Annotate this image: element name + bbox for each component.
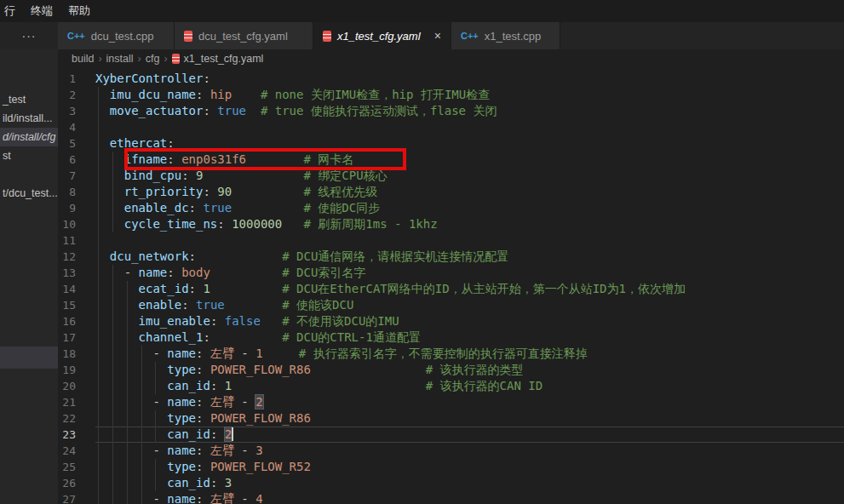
line-number[interactable]: 19: [58, 362, 95, 378]
code-text: ifname: enp0s31f6 # 网卡名: [95, 152, 844, 168]
tab-x1-test-cpp[interactable]: C++x1_test.cpp: [451, 22, 560, 49]
line-number[interactable]: 13: [58, 265, 95, 281]
line-number[interactable]: 21: [58, 394, 95, 410]
code-line[interactable]: 27 - name: 左臂 - 4: [58, 491, 844, 504]
breadcrumb-item-install[interactable]: install: [106, 53, 134, 65]
code-line[interactable]: 7 bind_cpu: 9 # 绑定CPU核心: [58, 168, 844, 184]
indent-guide: [127, 281, 128, 297]
tab-dcu-test-cpp[interactable]: C++dcu_test.cpp: [58, 22, 175, 49]
code-line[interactable]: 3 move_actuator: true # true 使能执行器运动测试，f…: [58, 103, 844, 119]
code-line[interactable]: 18 - name: 左臂 - 1 # 执行器索引名字，不需要控制的执行器可直接…: [58, 346, 844, 362]
breadcrumb-item-cfg[interactable]: cfg: [146, 53, 160, 65]
indent-guide: [127, 346, 128, 362]
line-number[interactable]: 10: [58, 216, 95, 232]
code-line[interactable]: 14 ecat_id: 1 # DCU在EtherCAT网络中的ID，从主站开始…: [58, 281, 844, 297]
indent-guide: [127, 297, 128, 313]
code-line[interactable]: 9 enable_dc: true # 使能DC同步: [58, 200, 844, 216]
line-number[interactable]: 5: [58, 135, 95, 152]
code-text: cycle_time_ns: 1000000 # 刷新周期1ms - 1khz: [95, 216, 844, 232]
line-number[interactable]: 24: [58, 443, 95, 459]
line-number[interactable]: 20: [58, 378, 95, 394]
line-number[interactable]: 15: [58, 297, 95, 313]
code-line[interactable]: 2 imu_dcu_name: hip # none 关闭IMU检查，hip 打…: [58, 87, 844, 103]
code-lines: 1XyberController:2 imu_dcu_name: hip # n…: [58, 68, 844, 504]
side-panel-item[interactable]: [0, 346, 58, 369]
line-number[interactable]: 1: [58, 71, 95, 87]
code-line[interactable]: 4: [58, 119, 844, 135]
code-line[interactable]: 11: [58, 232, 844, 249]
tab-x1-test-cfg-yaml[interactable]: x1_test_cfg.yaml×: [313, 22, 451, 49]
line-number[interactable]: 8: [58, 184, 95, 200]
line-number[interactable]: 9: [58, 200, 95, 216]
tab-dcu-test-cfg-yaml[interactable]: dcu_test_cfg.yaml: [175, 22, 313, 49]
side-panel-item[interactable]: d/install/cfg: [0, 128, 58, 146]
code-text: enable_dc: true # 使能DC同步: [95, 200, 844, 216]
indent-guide: [112, 427, 113, 443]
indent-guide: [98, 103, 99, 119]
indent-guide: [98, 475, 99, 491]
code-line[interactable]: 10 cycle_time_ns: 1000000 # 刷新周期1ms - 1k…: [58, 216, 844, 232]
code-line[interactable]: 24 - name: 左臂 - 3: [58, 443, 844, 459]
code-text: imu_enable: false # 不使用该DCU的IMU: [95, 313, 844, 329]
side-panel[interactable]: _testild/install...d/install/cfgstt/dcu_…: [0, 49, 58, 504]
line-number[interactable]: 11: [58, 232, 95, 249]
line-number[interactable]: 26: [58, 475, 95, 491]
code-line[interactable]: 19 type: POWER_FLOW_R86 # 该执行器的类型: [58, 362, 844, 378]
line-number[interactable]: 7: [58, 168, 95, 184]
code-line[interactable]: 13 - name: body # DCU索引名字: [58, 265, 844, 281]
editor[interactable]: 1XyberController:2 imu_dcu_name: hip # n…: [58, 68, 844, 504]
line-number[interactable]: 3: [58, 103, 95, 119]
code-line[interactable]: 20 can_id: 1 # 该执行器的CAN ID: [58, 378, 844, 394]
indent-guide: [112, 491, 113, 504]
code-line[interactable]: 16 imu_enable: false # 不使用该DCU的IMU: [58, 313, 844, 329]
close-icon[interactable]: ×: [434, 30, 441, 42]
code-line[interactable]: 15 enable: true # 使能该DCU: [58, 297, 844, 313]
line-number[interactable]: 25: [58, 459, 95, 475]
tab-label: dcu_test.cpp: [91, 30, 154, 43]
code-line[interactable]: 12 dcu_network: # DCU通信网络，请根据实机连接情况配置: [58, 249, 844, 265]
indent-guide: [127, 427, 128, 443]
indent-guide: [98, 443, 99, 459]
indent-guide: [98, 313, 99, 329]
menu-item-item[interactable]: 行: [0, 0, 23, 22]
side-panel-item[interactable]: st: [0, 146, 58, 165]
code-line[interactable]: 22 type: POWER_FLOW_R86: [58, 410, 844, 427]
indent-guide: [98, 491, 99, 504]
code-line[interactable]: 8 rt_priority: 90 # 线程优先级: [58, 184, 844, 200]
line-number[interactable]: 17: [58, 329, 95, 346]
code-line[interactable]: 21 - name: 左臂 - 2: [58, 394, 844, 410]
indent-guide: [127, 313, 128, 329]
code-line[interactable]: 17 channel_1: # DCU的CTRL-1通道配置: [58, 329, 844, 346]
code-line[interactable]: 1XyberController:: [58, 71, 844, 87]
code-line[interactable]: 23 can_id: 2: [58, 427, 844, 443]
breadcrumb-file[interactable]: x1_test_cfg.yaml: [184, 53, 264, 65]
code-line[interactable]: 5 ethercat:: [58, 135, 844, 152]
vscode-window: 行终端帮助 ··· C++dcu_test.cppdcu_test_cfg.ya…: [0, 0, 844, 504]
indent-guide: [98, 394, 99, 410]
indent-guide: [112, 459, 113, 475]
code-line[interactable]: 25 type: POWER_FLOW_R52: [58, 459, 844, 475]
line-number[interactable]: 14: [58, 281, 95, 297]
line-number[interactable]: 6: [58, 152, 95, 168]
tab-overflow-button[interactable]: ···: [0, 22, 58, 49]
menubar: 行终端帮助: [0, 0, 844, 22]
line-number[interactable]: 12: [58, 249, 95, 265]
indent-guide: [98, 119, 99, 135]
line-number[interactable]: 22: [58, 410, 95, 427]
line-number[interactable]: 18: [58, 346, 95, 362]
side-panel-item[interactable]: _test: [0, 90, 58, 109]
line-number[interactable]: 27: [58, 491, 95, 504]
line-number[interactable]: 4: [58, 119, 95, 135]
line-number[interactable]: 23: [58, 427, 95, 443]
indent-guide: [98, 249, 99, 265]
menu-item-item[interactable]: 帮助: [60, 0, 98, 22]
line-number[interactable]: 16: [58, 313, 95, 329]
code-line[interactable]: 6 ifname: enp0s31f6 # 网卡名: [58, 152, 844, 168]
side-panel-item[interactable]: ild/install...: [0, 109, 58, 128]
side-panel-item[interactable]: t/dcu_test...: [0, 184, 58, 203]
line-number[interactable]: 2: [58, 87, 95, 103]
tab-label: dcu_test_cfg.yaml: [198, 30, 288, 43]
code-line[interactable]: 26 can_id: 3: [58, 475, 844, 491]
menu-item-item[interactable]: 终端: [23, 0, 60, 22]
breadcrumb-item-build[interactable]: build: [72, 53, 94, 65]
